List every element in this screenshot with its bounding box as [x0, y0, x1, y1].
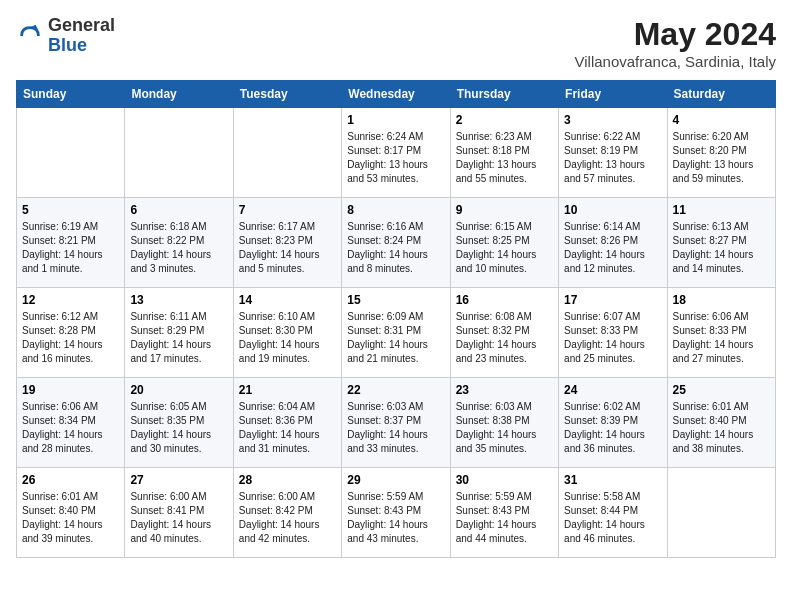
calendar-cell: 21Sunrise: 6:04 AM Sunset: 8:36 PM Dayli… [233, 378, 341, 468]
day-number: 15 [347, 293, 444, 307]
day-info: Sunrise: 6:18 AM Sunset: 8:22 PM Dayligh… [130, 220, 227, 276]
calendar-cell: 7Sunrise: 6:17 AM Sunset: 8:23 PM Daylig… [233, 198, 341, 288]
day-number: 9 [456, 203, 553, 217]
day-info: Sunrise: 6:01 AM Sunset: 8:40 PM Dayligh… [673, 400, 770, 456]
logo: General Blue [16, 16, 115, 56]
day-info: Sunrise: 6:05 AM Sunset: 8:35 PM Dayligh… [130, 400, 227, 456]
calendar-cell: 15Sunrise: 6:09 AM Sunset: 8:31 PM Dayli… [342, 288, 450, 378]
calendar-week-row: 12Sunrise: 6:12 AM Sunset: 8:28 PM Dayli… [17, 288, 776, 378]
day-number: 7 [239, 203, 336, 217]
day-info: Sunrise: 6:17 AM Sunset: 8:23 PM Dayligh… [239, 220, 336, 276]
day-info: Sunrise: 6:07 AM Sunset: 8:33 PM Dayligh… [564, 310, 661, 366]
day-number: 2 [456, 113, 553, 127]
day-number: 4 [673, 113, 770, 127]
day-number: 22 [347, 383, 444, 397]
day-info: Sunrise: 6:19 AM Sunset: 8:21 PM Dayligh… [22, 220, 119, 276]
day-info: Sunrise: 6:22 AM Sunset: 8:19 PM Dayligh… [564, 130, 661, 186]
calendar-cell: 28Sunrise: 6:00 AM Sunset: 8:42 PM Dayli… [233, 468, 341, 558]
weekday-header: Sunday [17, 81, 125, 108]
day-number: 3 [564, 113, 661, 127]
calendar-cell [667, 468, 775, 558]
day-number: 6 [130, 203, 227, 217]
calendar-cell [233, 108, 341, 198]
day-number: 14 [239, 293, 336, 307]
calendar-cell: 14Sunrise: 6:10 AM Sunset: 8:30 PM Dayli… [233, 288, 341, 378]
day-info: Sunrise: 6:00 AM Sunset: 8:41 PM Dayligh… [130, 490, 227, 546]
month-year: May 2024 [574, 16, 776, 53]
calendar-cell: 19Sunrise: 6:06 AM Sunset: 8:34 PM Dayli… [17, 378, 125, 468]
day-info: Sunrise: 6:14 AM Sunset: 8:26 PM Dayligh… [564, 220, 661, 276]
day-info: Sunrise: 6:00 AM Sunset: 8:42 PM Dayligh… [239, 490, 336, 546]
logo-text: General Blue [48, 16, 115, 56]
day-number: 17 [564, 293, 661, 307]
day-info: Sunrise: 6:20 AM Sunset: 8:20 PM Dayligh… [673, 130, 770, 186]
calendar-cell: 4Sunrise: 6:20 AM Sunset: 8:20 PM Daylig… [667, 108, 775, 198]
calendar-cell: 2Sunrise: 6:23 AM Sunset: 8:18 PM Daylig… [450, 108, 558, 198]
day-info: Sunrise: 6:03 AM Sunset: 8:37 PM Dayligh… [347, 400, 444, 456]
day-info: Sunrise: 6:24 AM Sunset: 8:17 PM Dayligh… [347, 130, 444, 186]
day-number: 21 [239, 383, 336, 397]
day-number: 1 [347, 113, 444, 127]
calendar-cell: 20Sunrise: 6:05 AM Sunset: 8:35 PM Dayli… [125, 378, 233, 468]
calendar-cell: 11Sunrise: 6:13 AM Sunset: 8:27 PM Dayli… [667, 198, 775, 288]
day-number: 19 [22, 383, 119, 397]
calendar-cell: 27Sunrise: 6:00 AM Sunset: 8:41 PM Dayli… [125, 468, 233, 558]
day-info: Sunrise: 6:09 AM Sunset: 8:31 PM Dayligh… [347, 310, 444, 366]
calendar-cell: 23Sunrise: 6:03 AM Sunset: 8:38 PM Dayli… [450, 378, 558, 468]
day-number: 10 [564, 203, 661, 217]
day-info: Sunrise: 6:13 AM Sunset: 8:27 PM Dayligh… [673, 220, 770, 276]
calendar-week-row: 5Sunrise: 6:19 AM Sunset: 8:21 PM Daylig… [17, 198, 776, 288]
title-block: May 2024 Villanovafranca, Sardinia, Ital… [574, 16, 776, 70]
day-info: Sunrise: 6:16 AM Sunset: 8:24 PM Dayligh… [347, 220, 444, 276]
calendar-cell: 13Sunrise: 6:11 AM Sunset: 8:29 PM Dayli… [125, 288, 233, 378]
day-info: Sunrise: 6:12 AM Sunset: 8:28 PM Dayligh… [22, 310, 119, 366]
day-number: 26 [22, 473, 119, 487]
day-info: Sunrise: 6:23 AM Sunset: 8:18 PM Dayligh… [456, 130, 553, 186]
day-info: Sunrise: 6:04 AM Sunset: 8:36 PM Dayligh… [239, 400, 336, 456]
calendar-week-row: 1Sunrise: 6:24 AM Sunset: 8:17 PM Daylig… [17, 108, 776, 198]
day-number: 29 [347, 473, 444, 487]
location: Villanovafranca, Sardinia, Italy [574, 53, 776, 70]
calendar-cell: 25Sunrise: 6:01 AM Sunset: 8:40 PM Dayli… [667, 378, 775, 468]
calendar-cell [125, 108, 233, 198]
day-number: 16 [456, 293, 553, 307]
calendar-cell: 17Sunrise: 6:07 AM Sunset: 8:33 PM Dayli… [559, 288, 667, 378]
calendar-cell: 5Sunrise: 6:19 AM Sunset: 8:21 PM Daylig… [17, 198, 125, 288]
day-number: 30 [456, 473, 553, 487]
calendar-cell: 31Sunrise: 5:58 AM Sunset: 8:44 PM Dayli… [559, 468, 667, 558]
page-header: General Blue May 2024 Villanovafranca, S… [16, 16, 776, 70]
day-number: 20 [130, 383, 227, 397]
weekday-header: Monday [125, 81, 233, 108]
calendar-cell: 16Sunrise: 6:08 AM Sunset: 8:32 PM Dayli… [450, 288, 558, 378]
day-number: 24 [564, 383, 661, 397]
logo-icon [16, 22, 44, 50]
day-number: 18 [673, 293, 770, 307]
calendar-cell: 3Sunrise: 6:22 AM Sunset: 8:19 PM Daylig… [559, 108, 667, 198]
day-number: 8 [347, 203, 444, 217]
calendar-cell: 26Sunrise: 6:01 AM Sunset: 8:40 PM Dayli… [17, 468, 125, 558]
day-number: 12 [22, 293, 119, 307]
day-info: Sunrise: 5:59 AM Sunset: 8:43 PM Dayligh… [456, 490, 553, 546]
calendar-cell [17, 108, 125, 198]
day-info: Sunrise: 5:58 AM Sunset: 8:44 PM Dayligh… [564, 490, 661, 546]
calendar-cell: 24Sunrise: 6:02 AM Sunset: 8:39 PM Dayli… [559, 378, 667, 468]
day-info: Sunrise: 6:02 AM Sunset: 8:39 PM Dayligh… [564, 400, 661, 456]
calendar-cell: 12Sunrise: 6:12 AM Sunset: 8:28 PM Dayli… [17, 288, 125, 378]
calendar-cell: 1Sunrise: 6:24 AM Sunset: 8:17 PM Daylig… [342, 108, 450, 198]
day-number: 31 [564, 473, 661, 487]
day-info: Sunrise: 6:08 AM Sunset: 8:32 PM Dayligh… [456, 310, 553, 366]
day-number: 25 [673, 383, 770, 397]
day-info: Sunrise: 5:59 AM Sunset: 8:43 PM Dayligh… [347, 490, 444, 546]
calendar-cell: 8Sunrise: 6:16 AM Sunset: 8:24 PM Daylig… [342, 198, 450, 288]
day-info: Sunrise: 6:03 AM Sunset: 8:38 PM Dayligh… [456, 400, 553, 456]
calendar-cell: 6Sunrise: 6:18 AM Sunset: 8:22 PM Daylig… [125, 198, 233, 288]
day-number: 23 [456, 383, 553, 397]
day-number: 11 [673, 203, 770, 217]
weekday-header: Friday [559, 81, 667, 108]
day-info: Sunrise: 6:06 AM Sunset: 8:33 PM Dayligh… [673, 310, 770, 366]
weekday-header: Saturday [667, 81, 775, 108]
calendar-cell: 30Sunrise: 5:59 AM Sunset: 8:43 PM Dayli… [450, 468, 558, 558]
calendar-cell: 9Sunrise: 6:15 AM Sunset: 8:25 PM Daylig… [450, 198, 558, 288]
calendar-table: SundayMondayTuesdayWednesdayThursdayFrid… [16, 80, 776, 558]
day-number: 27 [130, 473, 227, 487]
